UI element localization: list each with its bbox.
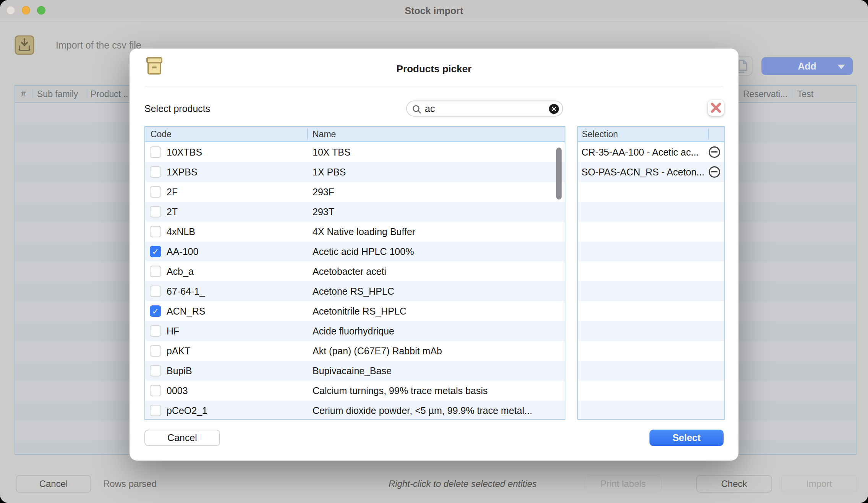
product-row[interactable]: 0003Calcium turnings, 99% trace metals b…	[145, 381, 565, 401]
close-window-button[interactable]	[6, 6, 15, 15]
titlebar: Stock import	[0, 0, 868, 21]
selection-item-label: SO-PAS-ACN_RS - Aceton...	[581, 162, 704, 182]
selection-empty-row	[578, 341, 724, 361]
selection-row[interactable]: SO-PAS-ACN_RS - Aceton...	[578, 162, 724, 182]
column-header-product: Product ..	[91, 86, 128, 103]
check-button[interactable]: Check	[696, 475, 772, 493]
name-column-header: Name	[313, 127, 336, 141]
product-row[interactable]: BupiBBupivacaine_Base	[145, 361, 565, 381]
product-name: 293T	[313, 202, 334, 222]
checkbox-unchecked[interactable]	[150, 286, 161, 297]
checkbox-checked[interactable]: ✓	[150, 305, 161, 317]
products-list-rows: 10XTBS10X TBS1XPBS1X PBS2F293F2T293T4xNL…	[145, 142, 565, 419]
clear-search-button[interactable]	[549, 104, 559, 114]
column-divider	[32, 89, 33, 99]
product-name: Acetonitrile RS_HPLC	[313, 301, 406, 321]
selection-empty-row	[578, 242, 724, 261]
selection-empty-row	[578, 202, 724, 222]
product-row[interactable]: ✓ACN_RSAcetonitrile RS_HPLC	[145, 301, 565, 321]
product-code: ACN_RS	[167, 301, 205, 321]
chevron-down-icon[interactable]	[837, 65, 845, 69]
clear-selection-button[interactable]	[708, 100, 724, 116]
product-code: Acb_a	[167, 261, 194, 281]
selection-empty-row	[578, 222, 724, 242]
checkbox-unchecked[interactable]	[150, 226, 161, 237]
search-value: ac	[425, 101, 435, 116]
products-picker-dialog: Products picker Select products ac Code	[130, 49, 738, 461]
product-row[interactable]: 1XPBS1X PBS	[145, 162, 565, 182]
product-code: pAKT	[167, 341, 191, 361]
selection-empty-row	[578, 281, 724, 301]
column-divider	[792, 89, 792, 99]
product-name: Calcium turnings, 99% trace metals basis	[313, 381, 488, 401]
selection-row[interactable]: CR-35-AA-100 - Acetic ac...	[578, 142, 724, 162]
cancel-button[interactable]: Cancel	[144, 430, 220, 446]
import-button[interactable]: Import	[781, 475, 857, 493]
checkbox-checked[interactable]: ✓	[150, 246, 161, 257]
selection-rows: CR-35-AA-100 - Acetic ac...SO-PAS-ACN_RS…	[578, 142, 724, 419]
product-row[interactable]: Acb_aAcetobacter aceti	[145, 261, 565, 281]
print-labels-button[interactable]: Print labels	[585, 475, 662, 493]
code-column-header: Code	[151, 127, 172, 141]
checkbox-unchecked[interactable]	[150, 266, 161, 277]
document-icon	[737, 60, 748, 73]
column-header-subfamily: Sub family	[37, 86, 78, 103]
add-button-label: Add	[798, 61, 816, 71]
product-row[interactable]: pCeO2_1Cerium dioxide powder, <5 µm, 99.…	[145, 401, 565, 419]
product-name: Bupivacaine_Base	[313, 361, 392, 381]
column-divider	[307, 129, 308, 140]
add-button[interactable]: Add	[761, 57, 853, 75]
selection-column-header: Selection	[582, 127, 618, 141]
selection-panel: Selection CR-35-AA-100 - Acetic ac...SO-…	[577, 126, 725, 420]
selection-empty-row	[578, 381, 724, 401]
column-header-reservation: Reservati...	[743, 86, 787, 103]
right-click-hint: Right-click to delete selected entities	[348, 475, 577, 493]
selection-empty-row	[578, 361, 724, 381]
csv-import-label: Import of the csv file	[56, 35, 141, 55]
archive-box-icon	[146, 56, 163, 77]
product-name: 4X Native loading Buffer	[313, 222, 415, 242]
products-list-panel: Code Name 10XTBS10X TBS1XPBS1X PBS2F293F…	[144, 126, 565, 420]
checkbox-unchecked[interactable]	[150, 405, 161, 416]
search-input[interactable]: ac	[406, 101, 563, 117]
product-code: 10XTBS	[167, 142, 202, 162]
remove-selection-icon[interactable]	[709, 146, 720, 158]
csv-import-icon	[15, 35, 34, 57]
selection-panel-header: Selection	[578, 127, 724, 142]
maximize-window-button[interactable]	[37, 6, 45, 15]
product-row[interactable]: 10XTBS10X TBS	[145, 142, 565, 162]
select-button[interactable]: Select	[649, 430, 724, 446]
checkbox-unchecked[interactable]	[150, 345, 161, 357]
remove-selection-icon[interactable]	[709, 166, 720, 178]
product-row[interactable]: ✓AA-100Acetic acid HPLC 100%	[145, 242, 565, 261]
product-code: 4xNLB	[167, 222, 195, 242]
selection-empty-row	[578, 182, 724, 202]
product-row[interactable]: 4xNLB4X Native loading Buffer	[145, 222, 565, 242]
product-row[interactable]: 2T293T	[145, 202, 565, 222]
product-row[interactable]: 2F293F	[145, 182, 565, 202]
product-row[interactable]: pAKTAkt (pan) (C67E7) Rabbit mAb	[145, 341, 565, 361]
checkbox-unchecked[interactable]	[150, 385, 161, 396]
scrollbar-thumb[interactable]	[556, 148, 562, 200]
checkbox-unchecked[interactable]	[150, 186, 161, 198]
cancel-import-button[interactable]: Cancel	[16, 475, 91, 493]
minimize-window-button[interactable]	[22, 6, 30, 15]
checkbox-unchecked[interactable]	[150, 206, 161, 217]
product-name: 1X PBS	[313, 162, 346, 182]
product-name: Acide fluorhydrique	[313, 321, 394, 341]
column-header-hash: #	[21, 86, 26, 103]
window-title: Stock import	[115, 0, 753, 21]
checkbox-unchecked[interactable]	[150, 325, 161, 337]
column-divider	[708, 129, 709, 140]
checkbox-unchecked[interactable]	[150, 365, 161, 376]
checkbox-unchecked[interactable]	[150, 146, 161, 158]
product-row[interactable]: HFAcide fluorhydrique	[145, 321, 565, 341]
product-code: 1XPBS	[167, 162, 198, 182]
product-code: 2F	[167, 182, 178, 202]
selection-empty-row	[578, 301, 724, 321]
product-code: AA-100	[167, 242, 198, 261]
checkbox-unchecked[interactable]	[150, 166, 161, 178]
product-row[interactable]: 67-64-1_Acetone RS_HPLC	[145, 281, 565, 301]
product-code: 0003	[167, 381, 188, 401]
close-icon	[552, 107, 556, 111]
